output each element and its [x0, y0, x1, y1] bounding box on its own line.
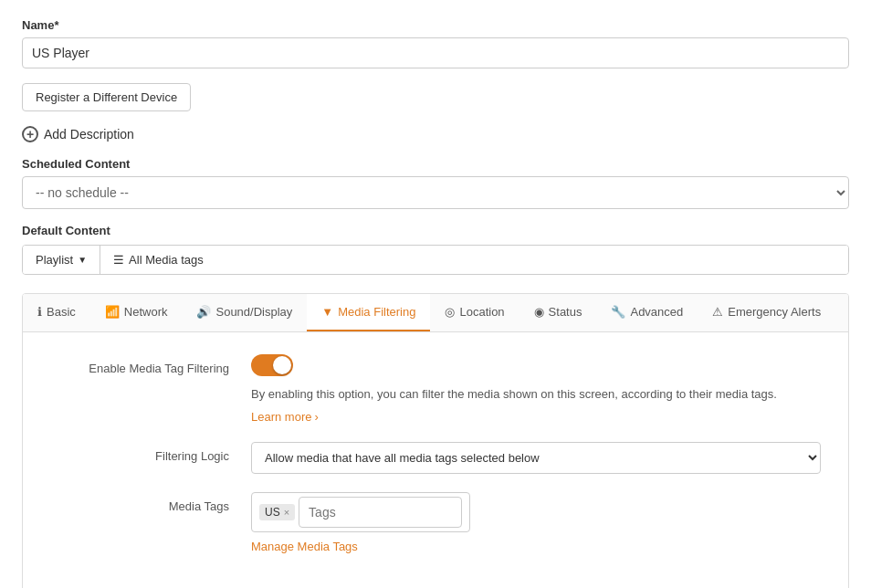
learn-more-text: Learn more	[251, 410, 311, 424]
enable-help-text: By enabling this option, you can filter …	[251, 385, 821, 404]
tab-sound-display[interactable]: 🔊 Sound/Display	[182, 294, 307, 331]
name-label: Name*	[22, 18, 849, 32]
learn-more-link[interactable]: Learn more ›	[251, 410, 319, 424]
plus-icon: +	[22, 126, 38, 142]
scheduled-content-label: Scheduled Content	[22, 157, 849, 171]
content-tabs-row: Playlist ▼ ☰ All Media tags	[22, 245, 849, 275]
add-description-row[interactable]: + Add Description	[22, 126, 849, 142]
media-tags-label: Media Tags	[50, 492, 251, 513]
main-tabs-container: ℹ Basic 📶 Network 🔊 Sound/Display ▼ Medi…	[22, 293, 849, 588]
filtering-logic-row: Filtering Logic Allow media that have al…	[50, 442, 821, 474]
status-icon: ◉	[534, 305, 544, 319]
filtering-logic-content: Allow media that have all media tags sel…	[251, 442, 821, 474]
enable-filtering-row: Enable Media Tag Filtering By enabling t…	[50, 354, 821, 424]
media-filtering-content: Enable Media Tag Filtering By enabling t…	[23, 332, 848, 588]
tab-media-filtering[interactable]: ▼ Media Filtering	[307, 294, 430, 331]
tags-input[interactable]	[299, 497, 462, 528]
name-input[interactable]	[22, 37, 849, 68]
us-tag-value: US	[265, 506, 280, 519]
playlist-tab-label: Playlist	[36, 253, 73, 267]
playlist-tab[interactable]: Playlist ▼	[23, 246, 100, 274]
enable-toggle[interactable]	[251, 354, 293, 376]
name-group: Name*	[22, 18, 849, 68]
tab-basic-label: Basic	[47, 305, 76, 319]
toggle-wrapper	[251, 354, 821, 376]
tab-emergency-label: Emergency Alerts	[728, 305, 821, 319]
default-content-section: Default Content Playlist ▼ ☰ All Media t…	[22, 224, 849, 275]
tab-network-label: Network	[124, 305, 168, 319]
all-media-tags-tab[interactable]: ☰ All Media tags	[100, 246, 848, 274]
tabs-header: ℹ Basic 📶 Network 🔊 Sound/Display ▼ Medi…	[23, 294, 848, 332]
register-device-button[interactable]: Register a Different Device	[22, 83, 191, 111]
tab-advanced-label: Advanced	[630, 305, 683, 319]
playlist-caret-icon: ▼	[78, 255, 87, 265]
tab-location[interactable]: ◎ Location	[430, 294, 519, 331]
filtering-logic-select[interactable]: Allow media that have all media tags sel…	[251, 442, 821, 474]
manage-media-tags-link[interactable]: Manage Media Tags	[251, 540, 358, 553]
filtering-logic-label: Filtering Logic	[50, 442, 251, 463]
media-tags-content: US × Manage Media Tags	[251, 492, 821, 553]
us-tag-remove[interactable]: ×	[284, 507, 289, 518]
toggle-slider	[251, 354, 293, 376]
tab-basic[interactable]: ℹ Basic	[23, 294, 90, 331]
enable-filtering-content: By enabling this option, you can filter …	[251, 354, 821, 424]
tab-advanced[interactable]: 🔧 Advanced	[596, 294, 698, 331]
tags-input-wrapper[interactable]: US ×	[251, 492, 470, 532]
tab-status[interactable]: ◉ Status	[519, 294, 597, 331]
sound-icon: 🔊	[196, 305, 211, 319]
all-media-tags-label: All Media tags	[129, 253, 204, 267]
media-tags-row: Media Tags US × Manage Media Tags	[50, 492, 821, 553]
learn-more-arrow: ›	[314, 410, 318, 424]
tab-network[interactable]: 📶 Network	[90, 294, 183, 331]
scheduled-content-select[interactable]: -- no schedule --	[22, 176, 849, 209]
register-group: Register a Different Device	[22, 83, 849, 111]
basic-icon: ℹ	[37, 305, 42, 319]
network-icon: 📶	[105, 305, 120, 319]
tab-location-label: Location	[459, 305, 504, 319]
advanced-icon: 🔧	[611, 305, 625, 319]
location-icon: ◎	[445, 305, 455, 319]
enable-filtering-label: Enable Media Tag Filtering	[50, 354, 251, 375]
scheduled-content-group: Scheduled Content -- no schedule --	[22, 157, 849, 209]
filter-icon: ▼	[321, 305, 333, 319]
tab-sound-label: Sound/Display	[215, 305, 292, 319]
tab-media-filtering-label: Media Filtering	[338, 305, 415, 319]
us-tag-badge: US ×	[259, 504, 295, 520]
emergency-icon: ⚠	[712, 305, 723, 319]
filtering-logic-select-wrapper: Allow media that have all media tags sel…	[251, 442, 821, 474]
all-media-tags-icon: ☰	[113, 253, 124, 267]
tab-emergency-alerts[interactable]: ⚠ Emergency Alerts	[698, 294, 835, 331]
add-description-label: Add Description	[44, 127, 134, 142]
default-content-label: Default Content	[22, 224, 849, 237]
tab-status-label: Status	[549, 305, 582, 319]
